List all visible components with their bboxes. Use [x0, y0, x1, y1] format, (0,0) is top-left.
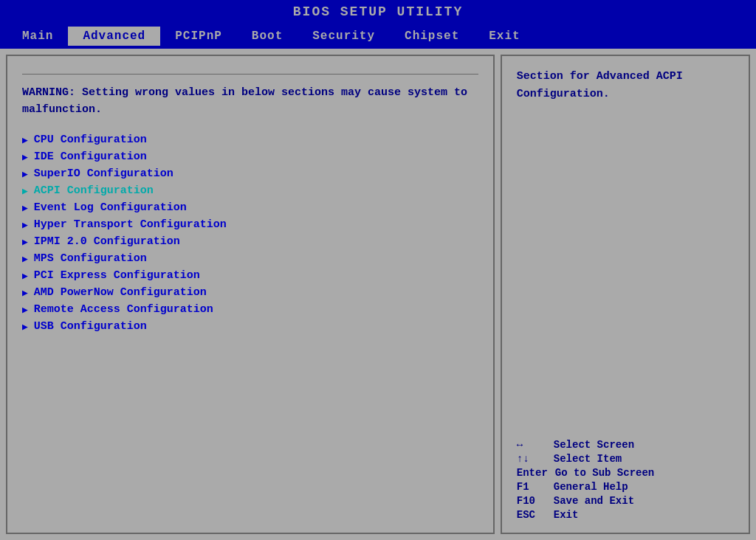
key-desc: Select Item	[554, 453, 622, 465]
config-item-label: USB Configuration	[34, 320, 147, 333]
key-label: Enter	[517, 467, 548, 479]
config-item-label: PCI Express Configuration	[34, 269, 200, 282]
arrow-icon: ▶	[22, 202, 28, 214]
arrow-icon: ▶	[22, 219, 28, 231]
arrow-icon: ▶	[22, 270, 28, 282]
config-item[interactable]: ▶Remote Access Configuration	[22, 302, 478, 316]
key-desc: Go to Sub Screen	[555, 467, 654, 479]
key-label: ↔	[517, 439, 546, 451]
arrow-icon: ▶	[22, 287, 28, 299]
config-item[interactable]: ▶IPMI 2.0 Configuration	[22, 235, 478, 249]
key-row: ↑↓Select Item	[517, 453, 734, 465]
config-item-label: MPS Configuration	[34, 252, 147, 265]
bios-container: BIOS SETUP UTILITY MainAdvancedPCIPnPBoo…	[0, 0, 756, 540]
help-text: Section for Advanced ACPI Configuration.	[517, 68, 734, 103]
arrow-icon: ▶	[22, 321, 28, 333]
config-item-label: Event Log Configuration	[34, 201, 187, 214]
arrow-icon: ▶	[22, 185, 28, 197]
key-help: ↔Select Screen↑↓Select ItemEnterGo to Su…	[517, 439, 734, 521]
key-desc: General Help	[554, 481, 628, 493]
menu-item-pcipnp[interactable]: PCIPnP	[160, 27, 237, 46]
arrow-icon: ▶	[22, 168, 28, 180]
arrow-icon: ▶	[22, 253, 28, 265]
right-panel: Section for Advanced ACPI Configuration.…	[501, 55, 750, 534]
key-label: ↑↓	[517, 453, 546, 465]
config-item[interactable]: ▶CPU Configuration	[22, 133, 478, 147]
config-item[interactable]: ▶SuperIO Configuration	[22, 167, 478, 181]
key-desc: Save and Exit	[554, 495, 634, 507]
arrow-icon: ▶	[22, 304, 28, 316]
arrow-icon: ▶	[22, 236, 28, 248]
config-item-label: Hyper Transport Configuration	[34, 218, 227, 231]
menu-item-main[interactable]: Main	[7, 27, 68, 46]
menu-bar: MainAdvancedPCIPnPBootSecurityChipsetExi…	[0, 24, 756, 49]
menu-item-security[interactable]: Security	[298, 27, 390, 46]
config-item-label: CPU Configuration	[34, 134, 147, 146]
warning-text: WARNING: Setting wrong values in below s…	[22, 85, 478, 118]
menu-item-exit[interactable]: Exit	[474, 27, 535, 46]
arrow-icon: ▶	[22, 151, 28, 163]
config-item[interactable]: ▶MPS Configuration	[22, 252, 478, 266]
menu-item-advanced[interactable]: Advanced	[68, 27, 160, 46]
config-item[interactable]: ▶AMD PowerNow Configuration	[22, 285, 478, 300]
config-item-label: IPMI 2.0 Configuration	[34, 235, 180, 248]
key-row: F10Save and Exit	[517, 495, 734, 507]
key-desc: Exit	[554, 509, 579, 521]
menu-item-chipset[interactable]: Chipset	[390, 27, 474, 46]
config-item[interactable]: ▶PCI Express Configuration	[22, 269, 478, 283]
title-bar: BIOS SETUP UTILITY	[0, 0, 756, 24]
config-item-label: ACPI Configuration	[34, 184, 154, 197]
config-item-label: IDE Configuration	[34, 150, 147, 163]
left-panel: WARNING: Setting wrong values in below s…	[6, 55, 495, 534]
divider	[22, 74, 478, 75]
key-row: F1General Help	[517, 481, 734, 493]
config-item-label: SuperIO Configuration	[34, 167, 173, 180]
content-area: WARNING: Setting wrong values in below s…	[6, 55, 750, 534]
arrow-icon: ▶	[22, 134, 28, 146]
key-label: F10	[517, 495, 546, 507]
config-item[interactable]: ▶ACPI Configuration	[22, 184, 478, 198]
key-row: ↔Select Screen	[517, 439, 734, 451]
config-item-label: AMD PowerNow Configuration	[34, 286, 207, 299]
key-label: F1	[517, 481, 546, 493]
config-item[interactable]: ▶Hyper Transport Configuration	[22, 218, 478, 232]
key-desc: Select Screen	[554, 439, 634, 451]
config-item[interactable]: ▶USB Configuration	[22, 319, 478, 333]
config-item[interactable]: ▶IDE Configuration	[22, 150, 478, 164]
key-label: ESC	[517, 509, 546, 521]
config-list: ▶CPU Configuration▶IDE Configuration▶Sup…	[22, 133, 478, 333]
key-row: EnterGo to Sub Screen	[517, 467, 734, 479]
key-row: ESCExit	[517, 509, 734, 521]
config-item-label: Remote Access Configuration	[34, 303, 213, 316]
title-text: BIOS SETUP UTILITY	[293, 4, 463, 19]
menu-item-boot[interactable]: Boot	[237, 27, 298, 46]
config-item[interactable]: ▶Event Log Configuration	[22, 201, 478, 215]
